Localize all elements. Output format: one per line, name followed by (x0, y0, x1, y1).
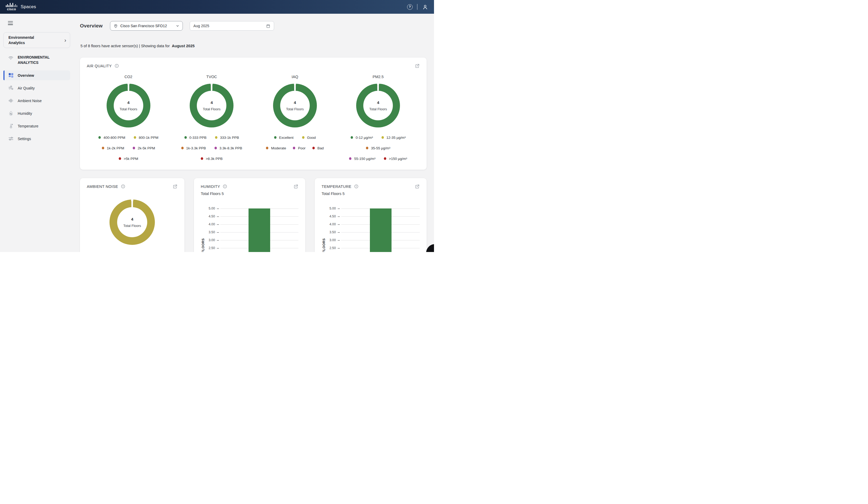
legend-label: >150 µg/m³ (389, 157, 407, 161)
y-tick (217, 224, 219, 225)
legend-label: Excellent (279, 136, 294, 140)
ambient-noise-total-label: Total Floors (123, 224, 141, 228)
air-quality-card-header: AIR QUALITY (87, 63, 420, 68)
legend-dot (99, 136, 101, 139)
y-tick-label: 4.50 (204, 215, 215, 218)
y-tick-label: 2.50 (324, 246, 336, 250)
app-screen: cisco Spaces ? Environmental Analytics › (0, 0, 434, 252)
legend-dot (266, 147, 268, 150)
location-pin-icon (113, 24, 118, 28)
humidity-droplet-icon (8, 111, 14, 116)
iaq-donut[interactable]: 4 Total Floors (273, 84, 317, 127)
info-icon[interactable] (354, 184, 359, 189)
legend-label: >8.3k PPB (206, 157, 223, 161)
tvoc-donut-center: 4 Total Floors (190, 84, 234, 127)
temperature-subtitle: Total Floors 5 (322, 192, 420, 196)
legend-label: 0-333 PPB (189, 136, 207, 140)
external-link-icon[interactable] (293, 184, 298, 189)
y-tick (338, 216, 340, 217)
ambient-noise-donut[interactable]: 4 Total Floors (110, 199, 155, 245)
sidebar-item-label: Overview (18, 73, 34, 78)
pm25-total-value: 4 (377, 100, 379, 105)
y-tick-label: 3.00 (204, 238, 215, 242)
month-picker[interactable]: Aug 2025 (190, 21, 274, 31)
chevron-down-icon (176, 24, 179, 28)
co2-donut[interactable]: 4 Total Floors (106, 84, 151, 127)
legend-item: >150 µg/m³ (384, 157, 407, 161)
pm25-total-label: Total Floors (369, 107, 387, 111)
account-switcher[interactable]: Environmental Analytics › (3, 32, 70, 48)
co2-chart-title: CO2 (125, 75, 133, 79)
legend-label: 1k-2k PPM (107, 146, 124, 150)
help-icon[interactable]: ? (407, 4, 413, 10)
pm25-legend: 0-12 µg/m³ 12-35 µg/m³ 35-55 µg/m³ 55-15… (337, 132, 420, 164)
y-tick (217, 208, 219, 209)
sidebar-item-settings[interactable]: Settings (3, 134, 70, 144)
navbar-divider (417, 4, 417, 10)
legend-dot (274, 136, 277, 139)
legend-item: 1k-2k PPM (102, 146, 124, 150)
navbar-actions: ? (407, 4, 428, 10)
sidebar-section-label: ENVIRONMENTAL ANALYTICS (18, 55, 55, 65)
sidebar-item-air-quality[interactable]: Air Quality (3, 83, 70, 93)
external-link-icon[interactable] (415, 184, 420, 189)
legend-item: Excellent (274, 136, 294, 140)
sidebar-item-ambient-noise[interactable]: Ambient Noise (3, 96, 70, 105)
tvoc-donut[interactable]: 4 Total Floors (190, 84, 234, 127)
pm25-donut[interactable]: 4 Total Floors (356, 84, 400, 127)
tvoc-total-label: Total Floors (203, 107, 220, 111)
legend-label: >5k PPM (124, 157, 138, 161)
ambient-noise-card-title: AMBIENT NOISE (87, 184, 118, 189)
y-tick-label: 5.00 (324, 207, 336, 210)
temperature-bar[interactable] (370, 208, 392, 252)
info-icon[interactable] (223, 184, 227, 189)
external-link-icon[interactable] (173, 184, 177, 189)
sound-bars-icon (8, 98, 14, 103)
user-icon[interactable] (422, 4, 428, 10)
legend-dot (184, 136, 187, 139)
tvoc-legend: 0-333 PPB 333-1k PPB 1k-3.3k PPB 3.3k-8.… (170, 132, 254, 164)
ambient-noise-card: AMBIENT NOISE 4 Total (80, 178, 184, 252)
y-tick (338, 240, 340, 241)
sidebar-item-humidity[interactable]: Humidity (3, 109, 70, 118)
info-icon[interactable] (114, 64, 119, 68)
y-tick-label: 3.00 (324, 238, 336, 242)
legend-label: Bad (317, 146, 324, 150)
calendar-icon (266, 24, 270, 28)
account-switcher-label: Environmental Analytics (9, 35, 48, 46)
co2-donut-center: 4 Total Floors (106, 84, 151, 127)
external-link-icon[interactable] (415, 63, 420, 68)
humidity-bar[interactable] (249, 208, 270, 252)
air-quality-charts: CO2 4 Total Floors 400-800 PPM 800-1k PP… (87, 75, 420, 164)
app-title: Spaces (21, 4, 36, 10)
pm25-chart: PM2.5 4 Total Floors 0-12 µg/m³ 12-35 µg… (337, 75, 420, 164)
sidebar-item-temperature[interactable]: Temperature (3, 121, 70, 131)
legend-label: Moderate (271, 146, 286, 150)
legend-dot (293, 147, 295, 150)
location-selector-value: Cisco San Francisco SFO12 (120, 24, 173, 28)
legend-dot (133, 147, 135, 150)
hamburger-menu-icon[interactable] (8, 21, 13, 25)
legend-label: 35-55 µg/m³ (371, 146, 390, 150)
sidebar-item-label: Temperature (18, 124, 39, 128)
legend-label: 800-1k PPM (139, 136, 158, 140)
month-picker-value: Aug 2025 (193, 24, 266, 28)
legend-item: Moderate (266, 146, 286, 150)
legend-item: 800-1k PPM (134, 136, 158, 140)
brand: cisco Spaces (6, 3, 36, 11)
iaq-total-label: Total Floors (286, 107, 304, 111)
legend-item: 2k-5k PPM (133, 146, 155, 150)
y-tick (338, 232, 340, 233)
co2-total-value: 4 (127, 100, 130, 105)
location-selector[interactable]: Cisco San Francisco SFO12 (110, 21, 183, 31)
chevron-right-icon: › (64, 37, 66, 43)
iaq-chart: IAQ 4 Total Floors Excellent Good (253, 75, 337, 164)
sidebar-item-overview[interactable]: Overview (3, 71, 70, 80)
temperature-bar-chart: NO. OF FLOORS 5.00 4.50 4.00 3.50 3.00 2… (322, 205, 420, 252)
legend-item: Poor (293, 146, 306, 150)
legend-item: 35-55 µg/m³ (366, 146, 390, 150)
info-icon[interactable] (121, 184, 125, 189)
air-quality-card: AIR QUALITY CO2 (80, 58, 427, 170)
legend-item: 12-35 µg/m³ (382, 136, 406, 140)
cisco-logo-icon: cisco (6, 3, 17, 11)
